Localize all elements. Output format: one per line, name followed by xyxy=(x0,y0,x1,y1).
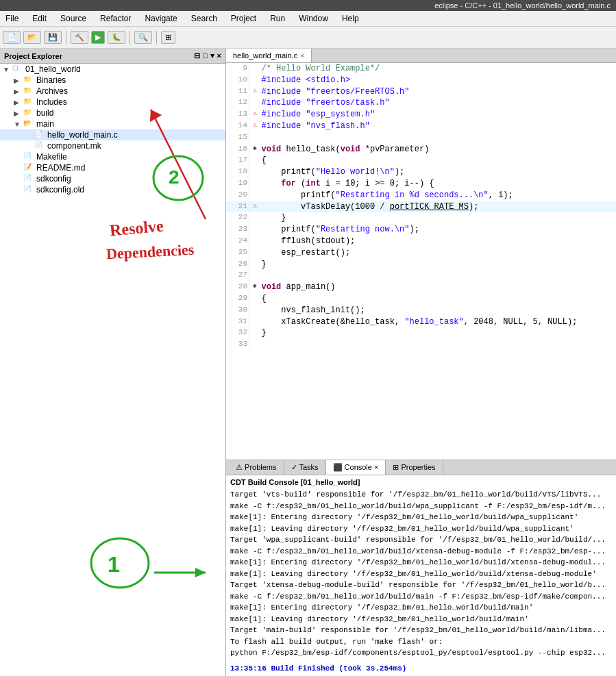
code-line-14: #include "nvs_flash.h" xyxy=(260,121,615,132)
menu-run[interactable]: Run xyxy=(267,12,288,25)
code-row-13: 13 ⚠ #include "esp_system.h" xyxy=(226,109,616,121)
line-marker-32 xyxy=(249,327,260,339)
editor-tab-hwm[interactable]: hello_world_main.c × xyxy=(226,49,312,62)
sidebar-menu-icon[interactable]: ▾ xyxy=(210,51,214,60)
sidebar-minimize-icon[interactable]: ⊟ xyxy=(194,51,200,60)
tree-item-build[interactable]: ▶ 📁 build xyxy=(0,108,225,118)
code-line-15 xyxy=(260,132,615,144)
code-line-28: void app_main() xyxy=(260,281,615,293)
code-line-27 xyxy=(260,270,615,281)
line-num-12: 12 xyxy=(226,97,249,109)
line-num-28: 28 xyxy=(226,281,249,293)
title-bar: eclipse - C/C++ - 01_hello_world/hello_w… xyxy=(0,0,616,11)
menu-window[interactable]: Window xyxy=(296,12,331,25)
code-row-21: 21 ⚠ vTaskDelay(1000 / portTICK_RATE_MS)… xyxy=(226,201,616,213)
code-line-33 xyxy=(260,339,615,351)
toolbar-build[interactable]: 🔨 xyxy=(71,31,88,44)
code-line-11: #include "freertos/FreeRTOS.h" xyxy=(260,86,615,98)
line-num-23: 23 xyxy=(226,224,249,236)
code-editor[interactable]: 9 /* Hello World Example*/ 10 #include <… xyxy=(226,63,616,460)
sidebar-maximize-icon[interactable]: □ xyxy=(203,51,208,60)
code-line-13: #include "esp_system.h" xyxy=(260,109,615,121)
line-marker-9 xyxy=(249,63,260,75)
line-marker-30 xyxy=(249,305,260,316)
toolbar-run[interactable]: ▶ xyxy=(91,31,105,44)
sidebar: Project Explorer ⊟ □ ▾ × ▼ ⬡ 01_hello_wo… xyxy=(0,49,226,676)
folder-icon-archives: 📁 xyxy=(23,86,34,96)
code-line-22: } xyxy=(260,212,615,224)
line-num-26: 26 xyxy=(226,259,249,271)
code-row-20: 20 printf("Restarting in %d seconds...\n… xyxy=(226,190,616,201)
tree-label-cmk: component.mk xyxy=(47,141,101,151)
line-num-27: 27 xyxy=(226,270,249,281)
line-num-14: 14 xyxy=(226,121,249,132)
toolbar-new[interactable]: 📄 xyxy=(3,31,21,44)
toolbar-debug[interactable]: 🐛 xyxy=(108,31,125,44)
toolbar-save[interactable]: 💾 xyxy=(44,31,62,44)
line-num-16: 16 xyxy=(226,144,249,155)
tree-item-component-mk[interactable]: 📄 component.mk xyxy=(0,140,225,151)
tab-problems[interactable]: ⚠ Problems xyxy=(229,460,284,475)
toolbar-perspective[interactable]: ⊞ xyxy=(161,31,175,44)
line-marker-29 xyxy=(249,293,260,305)
tree-item-makefile[interactable]: 📄 Makefile xyxy=(0,151,225,162)
line-num-9: 9 xyxy=(226,63,249,75)
console-content[interactable]: CDT Build Console [01_hello_world] Targe… xyxy=(226,475,616,676)
tree-label-binaries: Binaries xyxy=(36,75,66,85)
tree-label-includes: Includes xyxy=(36,97,67,107)
menu-edit[interactable]: Edit xyxy=(29,12,49,25)
sidebar-close-icon[interactable]: × xyxy=(217,51,221,60)
tree-item-sdkconfig-old[interactable]: 📄 sdkconfig.old xyxy=(0,184,225,195)
tree-arrow-binaries: ▶ xyxy=(14,77,23,84)
line-marker-14: ⚠ xyxy=(249,121,260,132)
bottom-tabs: ⚠ Problems ✓ Tasks ⬛ Console × ⊞ Propert… xyxy=(226,460,616,475)
menu-navigate[interactable]: Navigate xyxy=(142,12,180,25)
code-area: hello_world_main.c × 9 /* Hello World Ex… xyxy=(226,49,616,676)
line-marker-28: ◆ xyxy=(249,281,260,293)
code-line-26: } xyxy=(260,259,615,271)
menu-help[interactable]: Help xyxy=(339,12,362,25)
console-build-finished: 13:35:16 Build Finished (took 3s.254ms) xyxy=(230,663,612,675)
tree-item-archives[interactable]: ▶ 📁 Archives xyxy=(0,86,225,97)
project-icon: ⬡ xyxy=(12,64,23,74)
code-line-19: for (int i = 10; i >= 0; i--) { xyxy=(260,178,615,190)
code-table: 9 /* Hello World Example*/ 10 #include <… xyxy=(226,63,616,351)
line-num-19: 19 xyxy=(226,178,249,190)
textfile-icon-readme: 📝 xyxy=(23,163,34,173)
toolbar-open[interactable]: 📂 xyxy=(23,31,41,44)
editor-tabs: hello_world_main.c × xyxy=(226,49,616,63)
line-num-32: 32 xyxy=(226,327,249,339)
line-marker-12 xyxy=(249,97,260,109)
line-marker-19 xyxy=(249,178,260,190)
menu-refactor[interactable]: Refactor xyxy=(97,12,134,25)
line-marker-25 xyxy=(249,247,260,259)
tree-arrow-main: ▼ xyxy=(14,121,23,128)
line-num-18: 18 xyxy=(226,166,249,178)
tree-item-main[interactable]: ▼ 📂 main xyxy=(0,118,225,129)
menu-file[interactable]: File xyxy=(3,12,21,25)
line-num-29: 29 xyxy=(226,293,249,305)
menu-search[interactable]: Search xyxy=(188,12,220,25)
code-line-16: void hello_task(void *pvParameter) xyxy=(260,144,615,155)
tree-item-root[interactable]: ▼ ⬡ 01_hello_world xyxy=(0,64,225,75)
line-marker-21: ⚠ xyxy=(249,201,260,213)
menu-project[interactable]: Project xyxy=(228,12,259,25)
folder-icon-includes: 📁 xyxy=(23,97,34,107)
code-row-26: 26 } xyxy=(226,259,616,271)
tab-console[interactable]: ⬛ Console × xyxy=(326,460,386,475)
tree-item-includes[interactable]: ▶ 📁 Includes xyxy=(0,97,225,108)
tree-item-binaries[interactable]: ▶ 📁 Binaries xyxy=(0,75,225,86)
main-layout: Project Explorer ⊟ □ ▾ × ▼ ⬡ 01_hello_wo… xyxy=(0,49,616,676)
menu-source[interactable]: Source xyxy=(58,12,89,25)
tab-properties[interactable]: ⊞ Properties xyxy=(386,460,443,475)
line-marker-16: ◆ xyxy=(249,144,260,155)
line-num-13: 13 xyxy=(226,109,249,121)
tree-item-readme[interactable]: 📝 README.md xyxy=(0,162,225,173)
tree-item-hello-world-main[interactable]: 📄 hello_world_main.c xyxy=(0,129,225,140)
tree-item-sdkconfig[interactable]: 📄 sdkconfig xyxy=(0,173,225,184)
line-num-24: 24 xyxy=(226,236,249,247)
line-marker-27 xyxy=(249,270,260,281)
tab-tasks[interactable]: ✓ Tasks xyxy=(284,460,326,475)
editor-tab-close[interactable]: × xyxy=(300,52,304,60)
toolbar-search[interactable]: 🔍 xyxy=(134,31,152,44)
